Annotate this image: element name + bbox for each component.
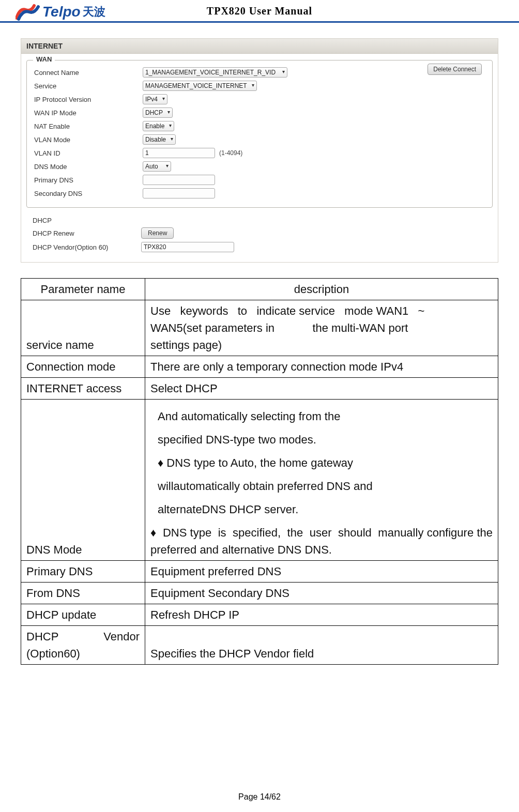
row-dhcp-vendor: DHCP Vendor (Option60) Specifies the DHC…: [21, 626, 498, 665]
label-primary-dns: Primary DNS: [34, 176, 143, 184]
label-nat-enable: NAT Enable: [34, 122, 143, 130]
doc-header: Telpo 天波 TPX820 User Manual: [0, 0, 519, 23]
logo-icon: [16, 3, 41, 21]
select-vlan-mode[interactable]: Disable: [143, 134, 176, 145]
row-dhcp-renew: DHCP Renew Renew: [33, 226, 486, 240]
th-parameter-name: Parameter name: [21, 279, 145, 300]
panel-heading: INTERNET: [21, 39, 498, 54]
delete-connect-button[interactable]: Delete Connect: [428, 64, 482, 75]
row-internet-access: INTERNET access Select DHCP: [21, 378, 498, 400]
cell-connection-mode-name: Connection mode: [21, 356, 145, 378]
cell-internet-access-desc: Select DHCP: [145, 378, 498, 400]
select-connect-name[interactable]: 1_MANAGEMENT_VOICE_INTERNET_R_VID: [143, 67, 287, 78]
label-wan-ip-mode: WAN IP Mode: [34, 109, 143, 117]
dhcp-heading: DHCP: [33, 215, 486, 226]
row-connection-mode: Connection mode There are only a tempora…: [21, 356, 498, 378]
select-wan-ip-mode[interactable]: DHCP: [143, 108, 173, 118]
cell-dhcp-vendor-desc: Specifies the DHCP Vendor field: [145, 626, 498, 665]
internet-panel: INTERNET WAN Delete Connect Connect Name…: [21, 38, 498, 263]
label-vlan-mode: VLAN Mode: [34, 136, 143, 144]
row-dhcp-update: DHCP update Refresh DHCP IP: [21, 604, 498, 626]
parameter-table: Parameter name description service name …: [21, 278, 498, 665]
label-secondary-dns: Secondary DNS: [34, 190, 143, 197]
cell-dns-mode-name: DNS Mode: [21, 400, 145, 561]
th-description: description: [145, 279, 498, 300]
logo-text-cn: 天波: [83, 4, 105, 20]
brand-logo: Telpo 天波: [16, 3, 105, 21]
row-dns-mode: DNS Mode Auto: [34, 160, 485, 173]
row-service: Service MANAGEMENT_VOICE_INTERNET: [34, 79, 485, 93]
doc-title: TPX820 User Manual: [207, 5, 312, 17]
cell-dhcp-vendor-name: DHCP Vendor (Option60): [21, 626, 145, 665]
renew-button[interactable]: Renew: [141, 227, 174, 239]
row-nat-enable: NAT Enable Enable: [34, 119, 485, 133]
label-ip-proto: IP Protocol Version: [34, 96, 143, 103]
input-primary-dns[interactable]: [143, 175, 215, 185]
logo-text-en: Telpo: [42, 4, 81, 20]
cell-primary-dns-desc: Equipment preferred DNS: [145, 561, 498, 583]
cell-service-desc: Use keywords to indicate service mode WA…: [145, 300, 498, 356]
row-vlan-id: VLAN ID (1-4094): [34, 146, 485, 160]
cell-service-name: service name: [21, 300, 145, 356]
cell-from-dns-desc: Equipment Secondary DNS: [145, 583, 498, 604]
select-nat-enable[interactable]: Enable: [143, 121, 174, 131]
label-dns-mode: DNS Mode: [34, 163, 143, 171]
label-connect-name: Connect Name: [34, 69, 143, 76]
row-wan-ip-mode: WAN IP Mode DHCP: [34, 106, 485, 119]
row-dns-mode-desc: DNS Mode And automatically selecting fro…: [21, 400, 498, 561]
label-dhcp-vendor: DHCP Vendor(Option 60): [33, 243, 141, 251]
row-connect-name: Connect Name 1_MANAGEMENT_VOICE_INTERNET…: [34, 66, 485, 79]
cell-dns-mode-desc: And automatically selecting from the spe…: [145, 400, 498, 561]
select-ip-proto[interactable]: IPv4: [143, 94, 167, 104]
row-primary-dns: Primary DNS: [34, 173, 485, 187]
row-service-name: service name Use keywords to indicate se…: [21, 300, 498, 356]
row-ip-proto: IP Protocol Version IPv4: [34, 93, 485, 106]
cell-from-dns-name: From DNS: [21, 583, 145, 604]
table-header-row: Parameter name description: [21, 279, 498, 300]
select-service[interactable]: MANAGEMENT_VOICE_INTERNET: [143, 81, 257, 91]
row-primary-dns-desc: Primary DNS Equipment preferred DNS: [21, 561, 498, 583]
dhcp-section: DHCP DHCP Renew Renew DHCP Vendor(Option…: [21, 213, 498, 262]
input-vlan-id[interactable]: [143, 148, 215, 158]
label-dhcp-renew: DHCP Renew: [33, 229, 141, 237]
row-vlan-mode: VLAN Mode Disable: [34, 133, 485, 146]
cell-primary-dns-name: Primary DNS: [21, 561, 145, 583]
cell-dhcp-update-name: DHCP update: [21, 604, 145, 626]
row-from-dns: From DNS Equipment Secondary DNS: [21, 583, 498, 604]
page-footer: Page 14/62: [0, 792, 519, 802]
label-service: Service: [34, 82, 143, 90]
cell-internet-access-name: INTERNET access: [21, 378, 145, 400]
page-content: INTERNET WAN Delete Connect Connect Name…: [0, 23, 519, 665]
row-secondary-dns: Secondary DNS: [34, 187, 485, 200]
select-dns-mode[interactable]: Auto: [143, 161, 171, 172]
input-secondary-dns[interactable]: [143, 188, 215, 198]
hint-vlan-id: (1-4094): [219, 149, 242, 157]
row-dhcp-vendor: DHCP Vendor(Option 60): [33, 240, 486, 254]
wan-legend: WAN: [33, 55, 55, 63]
cell-connection-mode-desc: There are only a temporary connection mo…: [145, 356, 498, 378]
label-vlan-id: VLAN ID: [34, 149, 143, 157]
input-dhcp-vendor[interactable]: [141, 242, 234, 252]
cell-dhcp-update-desc: Refresh DHCP IP: [145, 604, 498, 626]
wan-fieldset: WAN Delete Connect Connect Name 1_MANAGE…: [26, 60, 493, 208]
label-dhcp-heading: DHCP: [33, 217, 141, 224]
